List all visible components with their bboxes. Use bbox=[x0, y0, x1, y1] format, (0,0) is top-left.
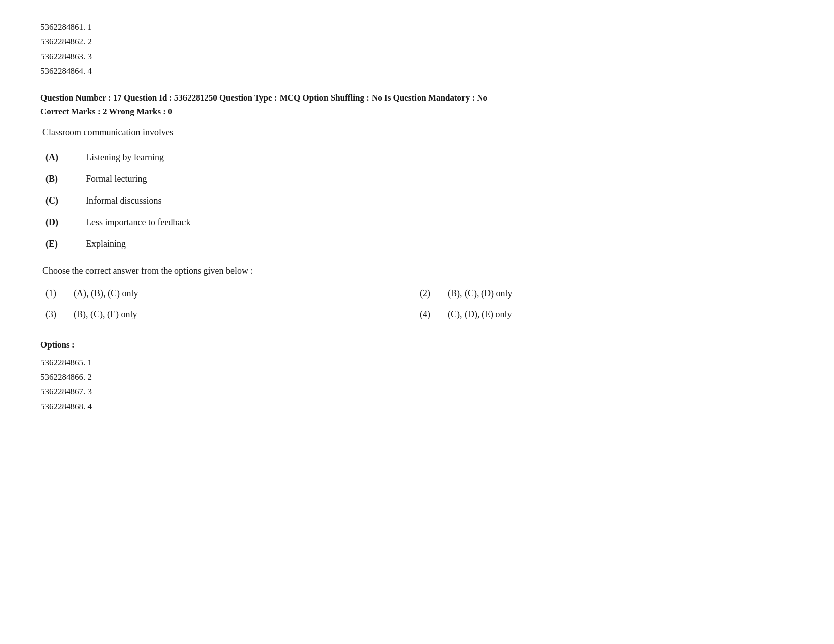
option-c-text: Informal discussions bbox=[86, 195, 161, 206]
option-b-text: Formal lecturing bbox=[86, 174, 147, 184]
answer-3-num: (3) bbox=[45, 309, 66, 320]
choose-text: Choose the correct answer from the optio… bbox=[40, 266, 794, 276]
option-c-label: (C) bbox=[45, 195, 86, 206]
answer-1-num: (1) bbox=[45, 288, 66, 299]
answer-1-val: (A), (B), (C) only bbox=[74, 288, 138, 299]
post-options-block: Options : 5362284865. 1 5362284866. 2 53… bbox=[40, 338, 794, 414]
option-d-label: (D) bbox=[45, 217, 86, 228]
options-list: (A) Listening by learning (B) Formal lec… bbox=[40, 152, 794, 250]
option-b: (B) Formal lecturing bbox=[45, 174, 794, 184]
post-option-3: 5362284867. 3 bbox=[40, 385, 794, 400]
post-option-1: 5362284865. 1 bbox=[40, 356, 794, 370]
question-meta-line1: Question Number : 17 Question Id : 53622… bbox=[40, 91, 794, 105]
option-d-text: Less importance to feedback bbox=[86, 217, 190, 228]
answer-4: (4) (C), (D), (E) only bbox=[420, 309, 794, 320]
option-b-label: (B) bbox=[45, 174, 86, 184]
answer-1: (1) (A), (B), (C) only bbox=[45, 288, 420, 299]
answer-2: (2) (B), (C), (D) only bbox=[420, 288, 794, 299]
post-option-4: 5362284868. 4 bbox=[40, 400, 794, 414]
prev-options-block: 5362284861. 1 5362284862. 2 5362284863. … bbox=[40, 20, 794, 79]
option-a: (A) Listening by learning bbox=[45, 152, 794, 163]
option-d: (D) Less importance to feedback bbox=[45, 217, 794, 228]
answer-2-val: (B), (C), (D) only bbox=[448, 288, 512, 299]
post-options-label: Options : bbox=[40, 338, 794, 353]
prev-option-4: 5362284864. 4 bbox=[40, 64, 794, 79]
prev-option-2: 5362284862. 2 bbox=[40, 35, 794, 49]
question-meta-line2: Correct Marks : 2 Wrong Marks : 0 bbox=[40, 105, 794, 118]
option-c: (C) Informal discussions bbox=[45, 195, 794, 206]
answer-2-num: (2) bbox=[420, 288, 440, 299]
option-a-text: Listening by learning bbox=[86, 152, 164, 163]
answer-4-val: (C), (D), (E) only bbox=[448, 309, 512, 320]
option-e-label: (E) bbox=[45, 239, 86, 250]
question-text: Classroom communication involves bbox=[40, 127, 794, 138]
answer-3-val: (B), (C), (E) only bbox=[74, 309, 137, 320]
option-e-text: Explaining bbox=[86, 239, 126, 250]
prev-option-1: 5362284861. 1 bbox=[40, 20, 794, 35]
post-option-2: 5362284866. 2 bbox=[40, 370, 794, 385]
question-meta: Question Number : 17 Question Id : 53622… bbox=[40, 91, 794, 118]
option-e: (E) Explaining bbox=[45, 239, 794, 250]
answer-4-num: (4) bbox=[420, 309, 440, 320]
prev-option-3: 5362284863. 3 bbox=[40, 49, 794, 64]
option-a-label: (A) bbox=[45, 152, 86, 163]
answer-options-grid: (1) (A), (B), (C) only (2) (B), (C), (D)… bbox=[40, 288, 794, 320]
answer-3: (3) (B), (C), (E) only bbox=[45, 309, 420, 320]
